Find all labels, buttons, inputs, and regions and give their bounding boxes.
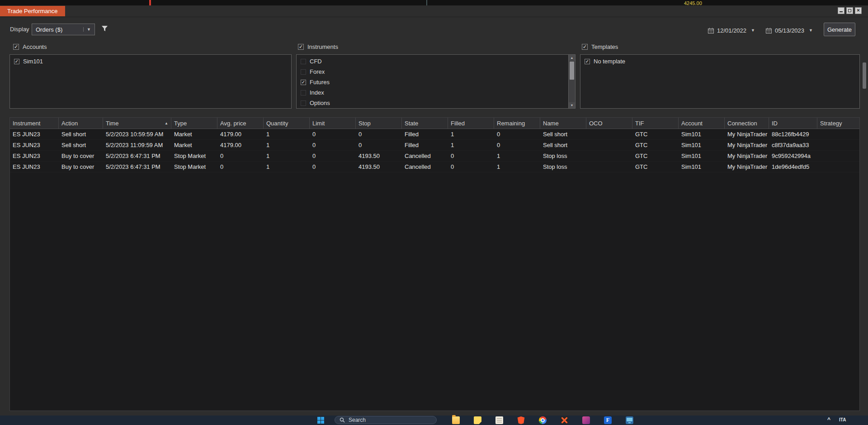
cell-account: Sim101 bbox=[679, 162, 725, 172]
window-vertical-scrollbar[interactable] bbox=[862, 54, 867, 407]
f-app-icon[interactable]: F bbox=[604, 416, 612, 424]
title-bar[interactable]: Trade Performance bbox=[0, 5, 868, 17]
accounts-panel: Sim101 bbox=[9, 54, 292, 109]
scroll-down-icon[interactable]: ▼ bbox=[569, 102, 575, 108]
background-window-strip: 4245.00 bbox=[0, 0, 868, 5]
table-row[interactable]: ES JUN23Buy to cover5/2/2023 6:47:31 PMS… bbox=[10, 162, 859, 172]
checkbox-icon[interactable] bbox=[301, 80, 306, 85]
cell-name: Stop loss bbox=[540, 162, 586, 172]
cell-id: 88c126fb4429 bbox=[769, 129, 817, 139]
column-header-action[interactable]: Action bbox=[59, 118, 103, 129]
date-to-value: 05/13/2023 bbox=[775, 27, 804, 34]
window-title[interactable]: Trade Performance bbox=[0, 6, 65, 16]
maximize-button[interactable] bbox=[846, 7, 853, 14]
instrument-list-item[interactable]: Index bbox=[297, 87, 568, 98]
instrument-list-item[interactable]: Futures bbox=[297, 77, 568, 87]
cell-action: Sell short bbox=[59, 129, 103, 139]
cell-filled: 0 bbox=[448, 162, 494, 172]
cell-tif: GTC bbox=[632, 129, 679, 139]
column-label: Action bbox=[61, 120, 78, 127]
start-button[interactable] bbox=[317, 417, 324, 424]
column-header-time[interactable]: Time▲ bbox=[103, 118, 171, 129]
column-header-avg-price[interactable]: Avg. price bbox=[217, 118, 264, 129]
date-to-picker[interactable]: 05/13/2023 ▼ bbox=[766, 25, 813, 36]
taskbar-search[interactable]: Search bbox=[335, 416, 437, 424]
instrument-list-item[interactable]: CFD bbox=[297, 56, 568, 67]
generate-button[interactable]: Generate bbox=[824, 23, 855, 36]
taskbar: Search F ^ ITA bbox=[0, 415, 868, 425]
minimize-button[interactable] bbox=[838, 7, 844, 14]
file-explorer-icon[interactable] bbox=[452, 416, 460, 424]
column-header-state[interactable]: State bbox=[402, 118, 448, 129]
cell-remaining: 1 bbox=[494, 151, 540, 161]
list-item-label: Forex bbox=[310, 68, 325, 75]
display-icon[interactable] bbox=[626, 416, 633, 424]
column-header-filled[interactable]: Filled bbox=[448, 118, 494, 129]
brave-icon[interactable] bbox=[517, 416, 525, 424]
cell-avg-price: 4179.00 bbox=[217, 129, 264, 139]
trade-performance-window: Trade Performance Display Orders ($) ▼ bbox=[0, 5, 868, 416]
checkbox-icon[interactable] bbox=[582, 44, 588, 50]
scrollbar-thumb[interactable] bbox=[863, 62, 866, 89]
cell-instrument: ES JUN23 bbox=[10, 140, 59, 150]
column-header-strategy[interactable]: Strategy bbox=[817, 118, 859, 129]
templates-panel: No template bbox=[580, 54, 860, 109]
sticky-notes-icon[interactable] bbox=[474, 416, 481, 424]
instrument-list-item[interactable]: Options bbox=[297, 98, 568, 108]
column-label: Connection bbox=[727, 120, 757, 127]
cell-instrument: ES JUN23 bbox=[10, 162, 59, 172]
column-header-id[interactable]: ID bbox=[769, 118, 817, 129]
checkbox-icon[interactable] bbox=[585, 59, 590, 64]
filter-icon-button[interactable] bbox=[101, 25, 108, 33]
instruments-list: CFDForexFuturesIndexOptions bbox=[297, 56, 568, 108]
checkbox-icon[interactable] bbox=[301, 59, 306, 64]
scrollbar-thumb[interactable] bbox=[570, 62, 574, 80]
column-label: Quantity bbox=[266, 120, 288, 127]
cell-type: Stop Market bbox=[171, 151, 217, 161]
checkbox-icon[interactable] bbox=[298, 44, 304, 50]
column-header-instrument[interactable]: Instrument bbox=[10, 118, 59, 129]
instruments-scrollbar[interactable]: ▲ ▼ bbox=[568, 55, 575, 108]
language-indicator[interactable]: ITA bbox=[839, 417, 846, 422]
checkbox-icon[interactable] bbox=[301, 69, 306, 75]
instruments-panel: CFDForexFuturesIndexOptions ▲ ▼ bbox=[296, 54, 576, 109]
instrument-list-item[interactable]: Forex bbox=[297, 67, 568, 77]
column-header-connection[interactable]: Connection bbox=[725, 118, 769, 129]
column-header-oco[interactable]: OCO bbox=[586, 118, 632, 129]
template-list-item[interactable]: No template bbox=[580, 56, 852, 67]
ninjatrader-icon[interactable] bbox=[561, 416, 568, 424]
checkbox-icon[interactable] bbox=[301, 90, 306, 96]
display-label: Display bbox=[10, 26, 29, 33]
chrome-icon[interactable] bbox=[539, 416, 547, 424]
close-button[interactable] bbox=[855, 7, 862, 14]
checkbox-icon[interactable] bbox=[13, 44, 19, 50]
templates-filter-header: Templates bbox=[582, 43, 618, 50]
checkbox-icon[interactable] bbox=[14, 59, 19, 64]
table-row[interactable]: ES JUN23Sell short5/2/2023 10:59:59 AMMa… bbox=[10, 129, 859, 140]
tray-chevron-up-icon[interactable]: ^ bbox=[827, 416, 830, 423]
scroll-up-icon[interactable]: ▲ bbox=[569, 55, 575, 61]
account-list-item[interactable]: Sim101 bbox=[10, 56, 284, 67]
column-header-tif[interactable]: TIF bbox=[632, 118, 679, 129]
cell-id: 9c959242994a bbox=[769, 151, 817, 161]
column-header-limit[interactable]: Limit bbox=[310, 118, 356, 129]
screen: 4245.00 Trade Performance Display Orders… bbox=[0, 0, 868, 425]
magenta-app-icon[interactable] bbox=[582, 416, 590, 424]
column-header-type[interactable]: Type bbox=[171, 118, 217, 129]
date-from-picker[interactable]: 12/01/2022 ▼ bbox=[708, 25, 755, 36]
column-header-account[interactable]: Account bbox=[679, 118, 725, 129]
display-dropdown[interactable]: Orders ($) ▼ bbox=[32, 24, 95, 35]
cell-account: Sim101 bbox=[679, 151, 725, 161]
column-header-stop[interactable]: Stop bbox=[356, 118, 402, 129]
notepad-icon[interactable] bbox=[495, 416, 503, 424]
chart-red-mark bbox=[149, 0, 151, 5]
list-item-label: Futures bbox=[310, 79, 330, 86]
cell-strategy bbox=[817, 151, 859, 161]
cell-account: Sim101 bbox=[679, 140, 725, 150]
column-header-name[interactable]: Name bbox=[540, 118, 586, 129]
checkbox-icon[interactable] bbox=[301, 100, 306, 106]
table-row[interactable]: ES JUN23Sell short5/2/2023 11:09:59 AMMa… bbox=[10, 140, 859, 151]
table-row[interactable]: ES JUN23Buy to cover5/2/2023 6:47:31 PMS… bbox=[10, 151, 859, 162]
column-header-quantity[interactable]: Quantity bbox=[264, 118, 310, 129]
column-header-remaining[interactable]: Remaining bbox=[494, 118, 540, 129]
